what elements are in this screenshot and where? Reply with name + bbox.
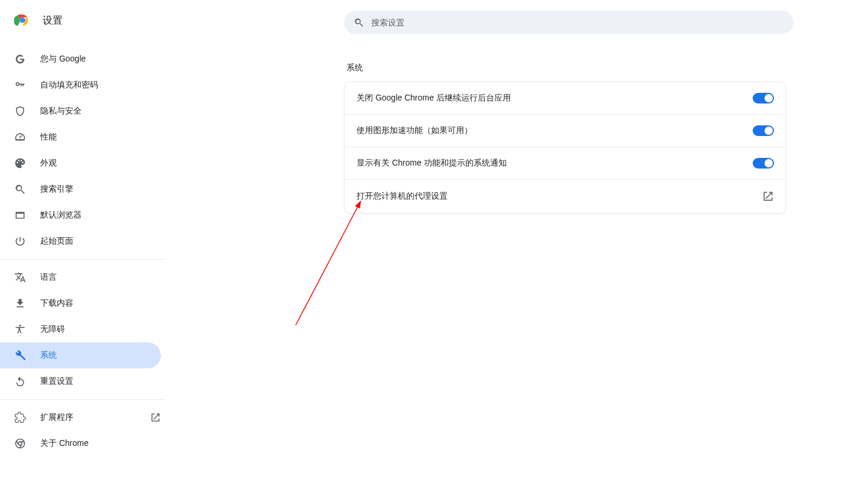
sidebar-item-label: 重置设置: [40, 376, 161, 387]
main-content: 系统 关闭 Google Chrome 后继续运行后台应用 使用图形加速功能（如…: [344, 11, 793, 213]
svg-line-5: [296, 201, 361, 325]
sidebar-separator: [0, 399, 166, 400]
sidebar-item-extensions[interactable]: 扩展程序: [0, 404, 161, 431]
sidebar-separator: [0, 259, 166, 260]
wrench-icon: [14, 349, 26, 361]
sidebar-item-label: 搜索引擎: [40, 184, 161, 195]
sidebar-item-label: 性能: [40, 132, 161, 143]
sidebar-item-label: 扩展程序: [40, 412, 131, 423]
search-icon: [354, 17, 364, 28]
sidebar-item-label: 默认浏览器: [40, 210, 161, 221]
annotation-arrow: [290, 195, 373, 331]
sidebar-item-label: 关于 Chrome: [40, 438, 161, 449]
search-icon: [14, 183, 26, 195]
row-hardware-accel: 使用图形加速功能（如果可用）: [345, 114, 786, 147]
shield-icon: [14, 105, 26, 117]
page-title: 设置: [43, 14, 63, 27]
sidebar-item-downloads[interactable]: 下载内容: [0, 290, 161, 316]
sidebar-item-appearance[interactable]: 外观: [0, 150, 161, 176]
sidebar-item-languages[interactable]: 语言: [0, 264, 161, 290]
sidebar-item-label: 外观: [40, 158, 161, 169]
search-input[interactable]: [371, 18, 784, 27]
sidebar-item-autofill[interactable]: 自动填充和密码: [0, 72, 161, 98]
speedometer-icon: [14, 131, 26, 143]
sidebar-item-privacy[interactable]: 隐私与安全: [0, 98, 161, 124]
sidebar-item-label: 语言: [40, 272, 161, 283]
open-in-new-icon: [150, 412, 161, 423]
row-label: 关闭 Google Chrome 后继续运行后台应用: [357, 93, 511, 103]
sidebar-item-reset[interactable]: 重置设置: [0, 368, 161, 394]
download-icon: [14, 297, 26, 309]
power-icon: [14, 235, 26, 247]
sidebar-item-label: 隐私与安全: [40, 106, 161, 116]
sidebar-item-you-and-google[interactable]: 您与 Google: [0, 46, 161, 72]
row-label: 显示有关 Chrome 功能和提示的系统通知: [357, 158, 507, 169]
sidebar-item-label: 起始页面: [40, 236, 161, 247]
sidebar-item-label: 下载内容: [40, 298, 161, 309]
sidebar-item-label: 无障碍: [40, 324, 161, 335]
toggle-system-notifications[interactable]: [753, 158, 774, 169]
settings-card: 关闭 Google Chrome 后继续运行后台应用 使用图形加速功能（如果可用…: [344, 82, 786, 213]
key-icon: [14, 79, 26, 91]
browser-icon: [14, 209, 26, 221]
row-label: 打开您计算机的代理设置: [357, 191, 448, 202]
palette-icon: [14, 157, 26, 169]
row-background-apps: 关闭 Google Chrome 后继续运行后台应用: [345, 82, 786, 114]
extension-icon: [14, 412, 26, 423]
sidebar-item-startup[interactable]: 起始页面: [0, 228, 161, 254]
sidebar-item-label: 系统: [40, 350, 161, 361]
sidebar: 您与 Google 自动填充和密码 隐私与安全 性能 外观 搜索引擎 默认浏: [0, 46, 161, 457]
sidebar-item-accessibility[interactable]: 无障碍: [0, 316, 161, 342]
sidebar-item-performance[interactable]: 性能: [0, 124, 161, 150]
sidebar-item-default-browser[interactable]: 默认浏览器: [0, 202, 161, 228]
row-system-notifications: 显示有关 Chrome 功能和提示的系统通知: [345, 147, 786, 179]
reset-icon: [14, 376, 26, 387]
section-title: 系统: [346, 63, 793, 73]
sidebar-item-label: 您与 Google: [40, 54, 161, 64]
toggle-hardware-accel[interactable]: [753, 125, 774, 136]
row-label: 使用图形加速功能（如果可用）: [357, 125, 472, 136]
sidebar-item-search-engine[interactable]: 搜索引擎: [0, 176, 161, 202]
accessibility-icon: [14, 323, 26, 335]
chrome-logo-icon: [14, 12, 31, 28]
chrome-outline-icon: [14, 438, 26, 449]
row-proxy-settings[interactable]: 打开您计算机的代理设置: [345, 179, 786, 213]
open-in-new-icon: [762, 190, 774, 202]
sidebar-item-system[interactable]: 系统: [0, 342, 161, 368]
toggle-background-apps[interactable]: [753, 93, 774, 103]
sidebar-item-label: 自动填充和密码: [40, 80, 161, 90]
sidebar-item-about-chrome[interactable]: 关于 Chrome: [0, 431, 161, 457]
translate-icon: [14, 271, 26, 283]
google-g-icon: [14, 53, 26, 65]
search-box[interactable]: [344, 11, 793, 34]
